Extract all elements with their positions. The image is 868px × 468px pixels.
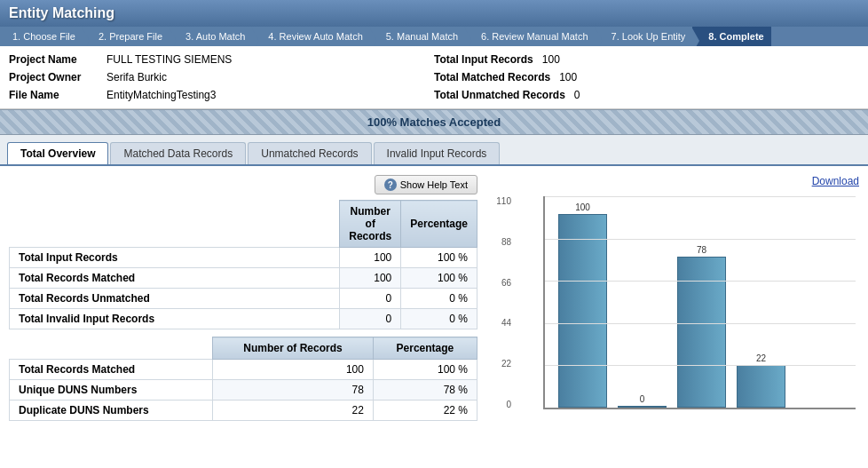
row-percentage: 100 % <box>401 248 477 268</box>
bar-group-2: 0 <box>618 394 667 408</box>
show-help-text-button[interactable]: ? Show Help Text <box>375 175 477 194</box>
grid-line-5 <box>545 365 856 366</box>
step-look-up-entity[interactable]: 7. Look Up Entity <box>596 27 693 46</box>
status-banner: 100% Matches Accepted <box>0 109 868 135</box>
app-header: Entity Matching <box>0 0 868 27</box>
file-name-label: File Name <box>9 89 98 101</box>
tabs-bar: Total Overview Matched Data Records Unma… <box>0 135 868 166</box>
total-input-row: Total Input Records 100 <box>434 52 859 67</box>
wizard-steps: 1. Choose File 2. Prepare File 3. Auto M… <box>0 27 868 46</box>
right-panel: Download 110 88 66 44 22 0 <box>486 175 859 428</box>
file-name-row: File Name EntityMatchingTesting3 <box>9 87 434 103</box>
table2-col1-header: Number of Records <box>213 337 374 360</box>
total-matched-row: Total Matched Records 100 <box>434 69 859 85</box>
row-label: Total Records Matched <box>10 268 340 289</box>
total-input-label: Total Input Records <box>434 53 533 66</box>
row-percentage: 0 % <box>401 309 477 329</box>
table1-col1-header: Number of Records <box>340 201 401 248</box>
row-percentage: 78 % <box>373 380 477 401</box>
bar1-label: 100 <box>575 202 590 212</box>
bar-group-4: 22 <box>737 353 785 408</box>
row-number: 78 <box>213 380 374 401</box>
row-label: Total Invalid Input Records <box>10 309 340 329</box>
project-owner-value: Serifa Burkic <box>107 71 167 83</box>
main-content: ? Show Help Text Number of Records Perce… <box>0 166 868 437</box>
project-owner-label: Project Owner <box>9 71 98 83</box>
table-row: Total Records Matched 100 100 % <box>10 268 477 289</box>
total-matched-value: 100 <box>559 71 577 83</box>
table2-col2-header: Percentage <box>373 337 477 360</box>
bar2 <box>618 406 667 408</box>
y-label-88: 88 <box>501 237 511 247</box>
tab-invalid-input-records[interactable]: Invalid Input Records <box>374 142 501 164</box>
row-label: Duplicate DUNS Numbers <box>10 401 213 421</box>
row-percentage: 0 % <box>401 289 477 309</box>
row-percentage: 100 % <box>373 360 477 380</box>
y-label-66: 66 <box>501 278 511 288</box>
total-unmatched-label: Total Unmatched Records <box>434 89 565 101</box>
y-label-22: 22 <box>501 359 511 369</box>
grid-line-3 <box>545 281 856 282</box>
row-label: Unique DUNS Numbers <box>10 380 213 401</box>
app-title: Entity Matching <box>9 5 114 20</box>
stats-table-1: Number of Records Percentage Total Input… <box>9 200 477 329</box>
bar1 <box>558 214 607 408</box>
table-row: Total Invalid Input Records 0 0 % <box>10 309 477 329</box>
step-review-manual-match[interactable]: 6. Review Manual Match <box>465 27 595 46</box>
table-row: Total Input Records 100 100 % <box>10 248 477 268</box>
grid-line-1 <box>545 196 856 197</box>
bar4-label: 22 <box>756 353 766 363</box>
y-label-44: 44 <box>501 318 511 328</box>
row-number: 0 <box>340 309 401 329</box>
table-row: Unique DUNS Numbers 78 78 % <box>10 380 477 401</box>
row-label: Total Records Matched <box>10 360 213 380</box>
bar3 <box>677 257 726 408</box>
project-name-row: Project Name FULL TESTING SIEMENS <box>9 52 434 67</box>
bar3-label: 78 <box>697 245 706 255</box>
bar2-label: 0 <box>640 394 645 404</box>
row-number: 100 <box>213 360 374 380</box>
project-name-value: FULL TESTING SIEMENS <box>107 53 232 66</box>
chart-area: 100 0 78 22 <box>543 196 856 409</box>
step-manual-match[interactable]: 5. Manual Match <box>370 27 465 46</box>
total-matched-label: Total Matched Records <box>434 71 550 83</box>
help-text-container: ? Show Help Text <box>9 175 477 194</box>
row-number: 22 <box>213 401 374 421</box>
table-row: Duplicate DUNS Numbers 22 22 % <box>10 401 477 421</box>
row-number: 0 <box>340 289 401 309</box>
grid-line-2 <box>545 239 856 240</box>
bar-group-1: 100 <box>558 202 607 408</box>
chart-download-link[interactable]: Download <box>812 175 859 187</box>
tab-matched-data-records[interactable]: Matched Data Records <box>110 142 246 164</box>
project-name-label: Project Name <box>9 53 98 66</box>
total-unmatched-row: Total Unmatched Records 0 <box>434 87 859 103</box>
left-panel: ? Show Help Text Number of Records Perce… <box>9 175 477 428</box>
step-review-auto-match[interactable]: 4. Review Auto Match <box>252 27 369 46</box>
row-label: Total Records Unmatched <box>10 289 340 309</box>
row-percentage: 100 % <box>401 268 477 289</box>
row-label: Total Input Records <box>10 248 340 268</box>
bar4 <box>737 365 785 408</box>
table1-col2-header: Percentage <box>401 201 477 248</box>
table-row: Total Records Unmatched 0 0 % <box>10 289 477 309</box>
tab-unmatched-records[interactable]: Unmatched Records <box>248 142 371 164</box>
y-label-110: 110 <box>496 196 511 206</box>
step-prepare-file[interactable]: 2. Prepare File <box>83 27 170 46</box>
total-unmatched-value: 0 <box>574 89 580 101</box>
row-number: 100 <box>340 268 401 289</box>
table-row: Total Records Matched 100 100 % <box>10 360 477 380</box>
total-input-value: 100 <box>542 53 560 66</box>
step-complete[interactable]: 8. Complete <box>692 27 770 46</box>
tab-total-overview[interactable]: Total Overview <box>7 142 108 166</box>
file-name-value: EntityMatchingTesting3 <box>107 89 216 101</box>
bar-group-3: 78 <box>677 245 726 408</box>
grid-line-4 <box>545 323 856 324</box>
row-number: 100 <box>340 248 401 268</box>
step-choose-file[interactable]: 1. Choose File <box>0 27 83 46</box>
y-label-0: 0 <box>506 400 511 409</box>
stats-table-2: Number of Records Percentage Total Recor… <box>9 337 477 421</box>
project-owner-row: Project Owner Serifa Burkic <box>9 69 434 85</box>
row-percentage: 22 % <box>373 401 477 421</box>
step-auto-match[interactable]: 3. Auto Match <box>170 27 252 46</box>
project-info: Project Name FULL TESTING SIEMENS Total … <box>0 46 868 109</box>
